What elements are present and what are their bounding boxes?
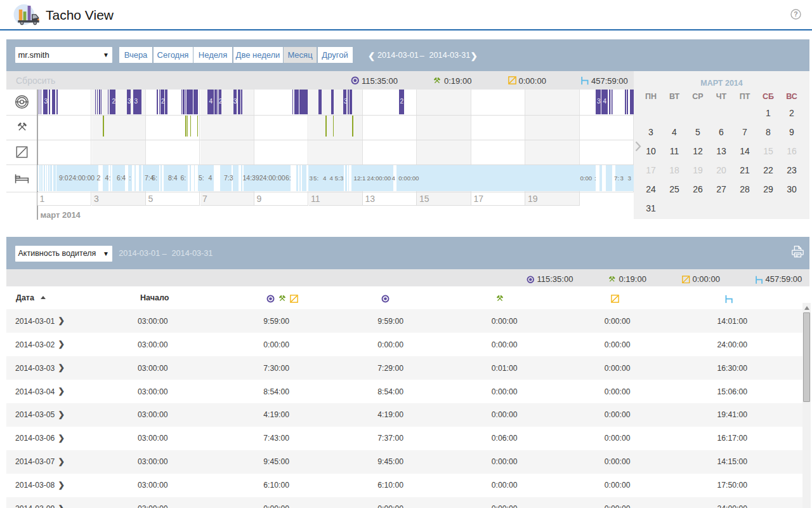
svg-text:?: ?	[794, 10, 797, 18]
